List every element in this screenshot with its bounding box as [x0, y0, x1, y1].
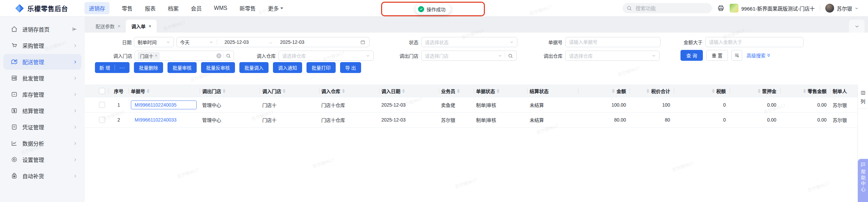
- batch-print-button[interactable]: 批量打印: [307, 62, 336, 73]
- col-header-tax[interactable]: 税额: [674, 85, 730, 97]
- reset-button[interactable]: 重 置: [706, 50, 728, 61]
- sort-icon[interactable]: [457, 89, 460, 93]
- creator-cell: 苏尔银: [831, 97, 858, 112]
- user-menu[interactable]: 苏尔银: [825, 4, 859, 13]
- advanced-search-link[interactable]: 高级搜索: [747, 52, 771, 59]
- out-warehouse-select[interactable]: 请选择仓库: [565, 51, 659, 61]
- nav-item-wms[interactable]: WMS: [214, 5, 227, 11]
- table-row[interactable]: 2 MI99661102240033 管理中心 门店十 门店十仓库 2025-1…: [85, 112, 858, 127]
- sort-icon[interactable]: [402, 89, 405, 93]
- col-header-retail-amount[interactable]: 零售金额: [781, 85, 831, 97]
- clear-icon[interactable]: ×: [216, 53, 221, 58]
- select-all-checkbox[interactable]: [99, 88, 105, 94]
- batch-delete-button[interactable]: 批量删除: [134, 62, 163, 73]
- nav-item-xinlingshou[interactable]: 新零售: [239, 4, 256, 12]
- col-header-doc-status[interactable]: 单据状态: [474, 85, 528, 97]
- col-header-salesman[interactable]: 业务员: [439, 85, 474, 97]
- sort-icon[interactable]: [147, 89, 150, 93]
- nav-item-baobiao[interactable]: 报表: [145, 4, 156, 12]
- query-button[interactable]: 查 询: [680, 50, 703, 61]
- batch-audit-button[interactable]: 批量审核: [167, 62, 197, 73]
- out-store-select[interactable]: 请选择门店: [421, 51, 517, 61]
- nav-item-dangan[interactable]: 档案: [168, 4, 179, 12]
- sort-icon[interactable]: [223, 89, 225, 93]
- add-more-options-icon[interactable]: ···: [115, 62, 130, 73]
- columns-label[interactable]: 列: [861, 98, 865, 105]
- nav-item-more[interactable]: 更多: [268, 4, 283, 12]
- col-header-in-date[interactable]: 调入日期: [379, 85, 439, 97]
- tab-transfer-in-order[interactable]: 调入单 ×: [126, 20, 157, 33]
- nav-item-jinxiaocun[interactable]: 进销存: [84, 2, 110, 14]
- col-header-in-warehouse[interactable]: 调入仓库: [319, 85, 379, 97]
- tab-close-icon[interactable]: ×: [149, 23, 151, 29]
- sort-icon[interactable]: [758, 89, 761, 93]
- row-checkbox[interactable]: [99, 117, 105, 123]
- salesman-cell: 卖鱼佬: [439, 97, 474, 112]
- sort-icon[interactable]: [342, 89, 345, 93]
- col-header-in-store[interactable]: 调入门店: [260, 85, 319, 97]
- sidebar-item-purchase[interactable]: 采购管理: [3, 38, 81, 53]
- help-center-tab[interactable]: 帮助中心: [858, 159, 868, 202]
- add-button-label[interactable]: 新 增: [95, 62, 115, 73]
- date-from-value[interactable]: 2025-12-03: [217, 39, 268, 45]
- sort-icon[interactable]: [497, 89, 499, 93]
- columns-icon[interactable]: [861, 90, 866, 95]
- salesman-cell: 苏尔银: [439, 112, 474, 127]
- search-input[interactable]: [635, 5, 694, 12]
- tab-delivery-params[interactable]: 配送参数 ×: [90, 20, 126, 33]
- doc-no-focus-box: MI99661102240035: [131, 100, 197, 109]
- col-header-out-store[interactable]: 调出门店: [200, 85, 260, 97]
- batch-transfer-in-button[interactable]: 批量调入: [239, 62, 269, 73]
- amount-input[interactable]: [705, 37, 804, 47]
- map-pin-icon: [11, 58, 18, 65]
- sort-icon[interactable]: [612, 89, 615, 93]
- sidebar-item-settlement[interactable]: 结算管理: [3, 103, 81, 118]
- export-button[interactable]: 导 出: [340, 62, 361, 73]
- tab-list-dropdown[interactable]: [849, 20, 865, 33]
- col-header-amount[interactable]: 金额: [578, 85, 630, 97]
- transfer-in-notice-button[interactable]: 调入通知: [273, 62, 302, 73]
- global-search[interactable]: [623, 3, 712, 13]
- nav-item-lingshou[interactable]: 零售: [122, 4, 133, 12]
- sort-icon[interactable]: [647, 89, 649, 93]
- status-select[interactable]: 请选择状态: [421, 37, 517, 47]
- store-selector[interactable]: 99661-新界面果蔬版测试-门店十: [730, 4, 815, 13]
- sidebar-item-analytics[interactable]: 数据分析: [3, 135, 81, 151]
- search-icon[interactable]: [508, 53, 513, 58]
- saved-search-button[interactable]: [731, 50, 742, 61]
- tab-close-icon[interactable]: ×: [118, 23, 120, 29]
- doc-no-link[interactable]: MI99661102240033: [131, 117, 177, 123]
- sidebar-item-voucher[interactable]: 凭证管理: [3, 119, 81, 135]
- date-range-picker[interactable]: 今天 2025-12-03 → 2025-12-03: [176, 37, 370, 47]
- col-header-basket-deposit[interactable]: 筐押金: [730, 85, 781, 97]
- sidebar-item-home[interactable]: 进销存首页: [3, 21, 81, 37]
- in-warehouse-select[interactable]: 请选择仓库: [278, 51, 374, 61]
- batch-unaudit-button[interactable]: 批量反审核: [201, 62, 235, 73]
- in-store-input[interactable]: 门店十 × ×: [135, 51, 234, 61]
- money-icon: [11, 107, 18, 114]
- collapse-sidebar-icon[interactable]: [72, 26, 77, 32]
- add-button[interactable]: 新 增 ···: [95, 62, 130, 73]
- nav-item-huiyuan[interactable]: 会员: [191, 4, 202, 12]
- sort-icon[interactable]: [283, 89, 285, 93]
- tag-close-icon[interactable]: ×: [155, 53, 157, 58]
- document-icon: [11, 124, 18, 130]
- sidebar-item-settings[interactable]: 设置管理: [3, 152, 81, 167]
- store-tag[interactable]: 门店十 ×: [138, 52, 160, 60]
- col-header-doc-no[interactable]: 单据号: [129, 85, 200, 97]
- sort-icon[interactable]: [803, 89, 806, 93]
- sidebar-item-inventory[interactable]: 库存管理: [3, 87, 81, 102]
- doc-no-link[interactable]: MI99661102240035: [135, 102, 177, 108]
- date-type-select[interactable]: 制单时间: [134, 37, 174, 47]
- col-header-tax-total[interactable]: 税价合计: [630, 85, 674, 97]
- sort-icon[interactable]: [712, 89, 715, 93]
- sidebar-item-auto-replenish[interactable]: 自动补货: [3, 168, 81, 184]
- sidebar-item-delivery[interactable]: 配送管理: [3, 54, 81, 70]
- row-checkbox[interactable]: [99, 102, 105, 108]
- sidebar-item-wholesale[interactable]: 批发管理: [3, 70, 81, 86]
- printer-icon[interactable]: [717, 4, 725, 12]
- doc-no-input[interactable]: [565, 37, 660, 47]
- table-row[interactable]: 1 MI99661102240035 管理中心 门店十 门店十仓库 2025-1…: [85, 97, 858, 112]
- date-to-value[interactable]: 2025-12-03: [273, 39, 323, 45]
- date-preset-select[interactable]: 今天: [177, 39, 217, 45]
